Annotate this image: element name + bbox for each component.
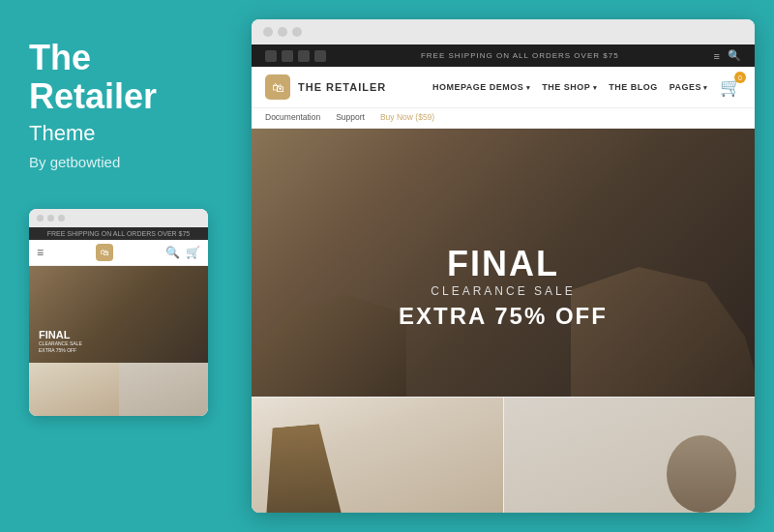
products-row (252, 397, 755, 513)
store-nav-links: HOMEPAGE DEMOS THE SHOP THE BLOG PAGES (432, 82, 708, 92)
subnav-buy-now[interactable]: Buy Now ($59) (380, 112, 434, 122)
mini-hero: FINAL CLEARANCE SALEEXTRA 75% OFF (29, 266, 208, 363)
store-logo-icon: 🛍 (265, 74, 290, 100)
store-subnav: Documentation Support Buy Now ($59) (252, 108, 755, 129)
store-logo-text: THE RETAILER (298, 81, 386, 93)
mini-product-1 (29, 363, 119, 416)
store-hero: FINAL CLEARANCE SALE EXTRA 75% OFF (252, 129, 755, 397)
hero-extra-text: EXTRA 75% OFF (399, 303, 608, 330)
theme-by: By getbowtied (29, 154, 203, 170)
mini-product-2 (119, 363, 209, 416)
mini-nav: ≡ 🛍 🔍 🛒 (29, 240, 208, 266)
nav-homepage-demos[interactable]: HOMEPAGE DEMOS (432, 82, 530, 92)
browser-dot-1 (263, 27, 273, 37)
mini-dot-3 (58, 215, 65, 222)
hero-text-block: FINAL CLEARANCE SALE EXTRA 75% OFF (399, 247, 608, 330)
pinterest-icon (282, 50, 293, 62)
mini-hero-text2: CLEARANCE SALEEXTRA 75% OFF (39, 340, 82, 353)
right-panel: FREE SHIPPING ON ALL ORDERS OVER $75 ≡ 🔍… (232, 0, 774, 532)
cart-badge: 0 (734, 72, 746, 83)
instagram-icon (314, 50, 326, 62)
mini-hamburger-icon: ≡ (37, 246, 44, 259)
mini-nav-icons: 🔍 🛒 (165, 246, 200, 259)
mini-browser-body: FREE SHIPPING ON ALL ORDERS OVER $75 ≡ 🛍… (29, 227, 208, 416)
left-panel: The Retailer Theme By getbowtied FREE SH… (0, 0, 232, 532)
facebook-icon (265, 50, 277, 62)
store-top-bar: FREE SHIPPING ON ALL ORDERS OVER $75 ≡ 🔍 (252, 44, 755, 67)
store-top-right: ≡ 🔍 (714, 49, 741, 62)
mini-cart-icon: 🛒 (186, 246, 200, 259)
mini-browser-bar (29, 209, 208, 227)
browser-dot-3 (292, 27, 302, 37)
product-thumb-1[interactable] (252, 398, 504, 513)
mini-top-bar: FREE SHIPPING ON ALL ORDERS OVER $75 (29, 227, 208, 240)
mini-logo-icon: 🛍 (96, 244, 113, 261)
theme-subtitle: Theme (29, 121, 203, 146)
browser-chrome (252, 19, 755, 44)
mini-products-row (29, 363, 208, 416)
subnav-documentation[interactable]: Documentation (265, 112, 320, 122)
subnav-support[interactable]: Support (336, 112, 365, 122)
hero-clearance-text: CLEARANCE SALE (399, 281, 608, 303)
store-logo-area: 🛍 THE RETAILER (265, 74, 386, 100)
browser-content: FREE SHIPPING ON ALL ORDERS OVER $75 ≡ 🔍… (252, 44, 755, 513)
nav-the-blog[interactable]: THE BLOG (609, 82, 658, 92)
mini-hero-overlay: FINAL CLEARANCE SALEEXTRA 75% OFF (39, 330, 82, 353)
hero-main-text: FINAL (399, 247, 608, 281)
store-social-icons (265, 50, 326, 62)
mini-hero-text1: FINAL (39, 330, 82, 340)
nav-pages[interactable]: PAGES (670, 82, 708, 92)
twitter-icon (298, 50, 310, 62)
store-nav: 🛍 THE RETAILER HOMEPAGE DEMOS THE SHOP T… (252, 67, 755, 108)
top-menu-icon[interactable]: ≡ (714, 50, 720, 62)
mini-search-icon: 🔍 (165, 246, 180, 259)
theme-title: The Retailer (29, 39, 203, 115)
mini-dot-1 (37, 215, 44, 222)
top-search-icon[interactable]: 🔍 (728, 49, 741, 62)
shipping-announcement: FREE SHIPPING ON ALL ORDERS OVER $75 (421, 51, 619, 60)
product-thumb-2[interactable] (504, 398, 756, 513)
mini-dot-2 (47, 215, 54, 222)
browser-dot-2 (278, 27, 287, 37)
browser-window: FREE SHIPPING ON ALL ORDERS OVER $75 ≡ 🔍… (252, 19, 755, 513)
store-nav-icons: 🛒 0 (720, 76, 741, 98)
nav-the-shop[interactable]: THE SHOP (542, 82, 597, 92)
cart-icon-wrapper[interactable]: 🛒 0 (720, 76, 741, 98)
mini-browser-preview: FREE SHIPPING ON ALL ORDERS OVER $75 ≡ 🛍… (29, 209, 208, 416)
